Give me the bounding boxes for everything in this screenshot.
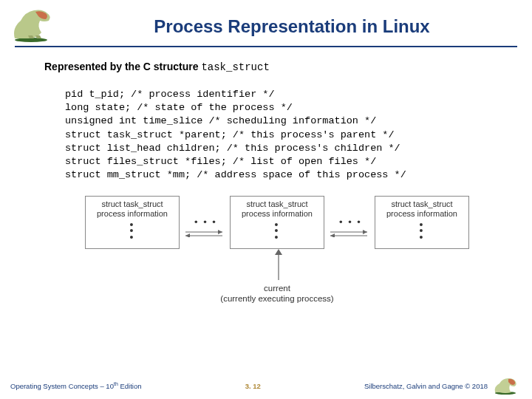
- box-dots: •••: [86, 222, 179, 240]
- svg-marker-2: [218, 230, 222, 234]
- diagram-caption: current (currently executing proccess): [70, 283, 484, 304]
- content-area: Represented by the C structure task_stru…: [0, 47, 532, 399]
- dinosaur-left-icon: [7, 6, 66, 43]
- footer: Operating System Concepts – 10th Edition…: [0, 377, 532, 399]
- svg-marker-6: [363, 230, 367, 234]
- double-arrow-icon: [326, 230, 372, 237]
- footer-left: Operating System Concepts – 10th Edition: [10, 381, 141, 390]
- task-struct-box: struct task_struct process information •…: [230, 196, 324, 249]
- box-dots: •••: [375, 222, 468, 240]
- header-bar: Process Representation in Linux: [0, 0, 532, 43]
- linked-list-diagram: struct task_struct process information •…: [70, 196, 484, 318]
- slide: Process Representation in Linux Represen…: [0, 0, 532, 399]
- code-block: pid t_pid; /* process identifier */ long…: [65, 88, 510, 183]
- footer-copyright: Silberschatz, Galvin and Gagne © 2018: [364, 382, 488, 390]
- intro-code: task_struct: [201, 61, 269, 73]
- intro-text: Represented by the C structure task_stru…: [44, 61, 510, 73]
- up-arrow-icon: [274, 249, 283, 280]
- ellipsis: • • •: [194, 216, 217, 228]
- box-dots: •••: [231, 222, 324, 240]
- task-struct-box: struct task_struct process information •…: [85, 196, 180, 249]
- box-line2: process information: [86, 209, 179, 219]
- box-line1: struct task_struct: [86, 200, 179, 209]
- caption-line1: current: [264, 284, 290, 293]
- footer-left-prefix: Operating System Concepts – 10: [10, 382, 114, 390]
- svg-marker-10: [275, 249, 282, 255]
- caption-line2: (currently executing proccess): [220, 294, 333, 303]
- footer-left-suffix: Edition: [118, 382, 142, 390]
- dinosaur-right-icon: [492, 376, 522, 395]
- task-struct-box: struct task_struct process information •…: [375, 196, 469, 249]
- double-arrow-icon: [181, 230, 227, 237]
- footer-right: Silberschatz, Galvin and Gagne © 2018: [364, 376, 522, 395]
- box-line2: process information: [375, 209, 468, 219]
- intro-prefix: Represented by the C structure: [44, 61, 201, 72]
- box-line2: process information: [231, 209, 324, 219]
- footer-center: 3. 12: [141, 382, 364, 390]
- ellipsis: • • •: [339, 216, 362, 228]
- slide-title: Process Representation in Linux: [66, 12, 517, 37]
- box-line1: struct task_struct: [231, 200, 324, 209]
- box-line1: struct task_struct: [375, 200, 468, 209]
